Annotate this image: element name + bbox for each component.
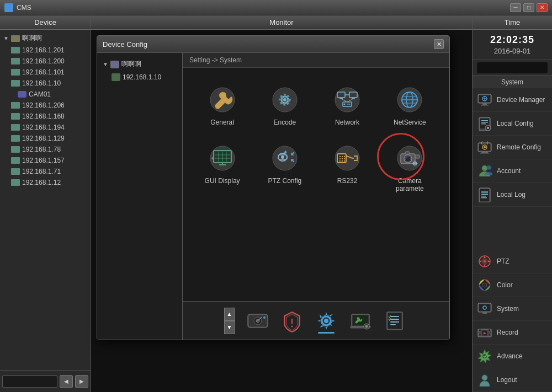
list-item[interactable]: 192.168.1.71 <box>2 166 88 177</box>
svg-rect-85 <box>481 105 489 106</box>
ptz-icon <box>477 254 492 269</box>
minimize-button[interactable]: ─ <box>510 3 521 12</box>
list-item[interactable]: 192.168.1.194 <box>2 122 88 133</box>
svg-point-58 <box>415 163 416 164</box>
footer-hdd-button[interactable] <box>244 307 272 335</box>
main-layout: Device ▼ 啊啊啊 192.168.1.201 192.168.1.200… <box>0 15 552 392</box>
account-button[interactable]: Account <box>473 159 552 183</box>
color-button[interactable]: Color <box>473 273 552 297</box>
config-item-rs232[interactable]: RS232 <box>319 137 376 198</box>
close-button[interactable]: ✕ <box>537 3 548 12</box>
svg-rect-9 <box>352 98 355 99</box>
device-manager-button[interactable]: Device Manager <box>473 88 552 112</box>
local-config-button[interactable]: Local Config <box>473 112 552 136</box>
list-item[interactable]: 192.168.1.129 <box>2 133 88 144</box>
svg-point-65 <box>263 316 266 319</box>
monitor-panel-header: Monitor <box>91 15 472 30</box>
local-config-label: Local Config <box>497 120 534 127</box>
footer-alarm-button[interactable] <box>278 307 306 335</box>
svg-rect-107 <box>481 196 486 197</box>
logout-button[interactable]: Logout <box>473 368 552 392</box>
svg-point-111 <box>484 260 486 262</box>
svg-rect-84 <box>482 103 487 105</box>
svg-rect-79 <box>390 319 399 320</box>
tree-child-item[interactable]: 192.168.1.10 <box>102 71 178 83</box>
svg-point-3 <box>283 98 286 101</box>
dialog-breadcrumb: Setting -> System <box>183 53 449 68</box>
device-list: ▼ 啊啊啊 192.168.1.201 192.168.1.200 192.16… <box>0 30 91 370</box>
tree-group-item[interactable]: ▼ 啊啊啊 <box>102 57 178 71</box>
encode-icon <box>269 84 300 115</box>
list-item[interactable]: 192.168.1.12 <box>2 177 88 188</box>
svg-point-63 <box>257 320 258 321</box>
left-panel: Device ▼ 啊啊啊 192.168.1.201 192.168.1.200… <box>0 15 91 392</box>
config-item-encode[interactable]: Encode <box>256 79 313 132</box>
general-icon <box>207 84 238 115</box>
svg-point-12 <box>344 104 346 105</box>
config-item-general[interactable]: General <box>194 79 251 132</box>
scroll-up-button[interactable]: ▲ <box>224 308 235 321</box>
config-item-network[interactable]: Network <box>319 79 376 132</box>
gui-display-icon <box>207 143 238 174</box>
device-ip-label: 192.168.1.157 <box>22 157 65 164</box>
svg-rect-56 <box>415 155 420 158</box>
maximize-button[interactable]: □ <box>523 3 534 12</box>
list-item[interactable]: 192.168.1.78 <box>2 144 88 155</box>
dialog-close-button[interactable]: ✕ <box>434 39 444 49</box>
remote-config-button[interactable]: Remote Config <box>473 136 552 159</box>
list-item[interactable]: 192.168.1.157 <box>2 155 88 166</box>
device-ip-label: 192.168.1.206 <box>22 101 65 109</box>
tree-child-label: 192.168.1.10 <box>123 73 161 81</box>
camera-paramete-label: Camera paramete <box>384 177 436 192</box>
svg-point-22 <box>402 92 417 108</box>
prev-button[interactable]: ◀ <box>60 375 73 388</box>
list-item[interactable]: 192.168.1.10 <box>2 78 88 89</box>
config-item-ptz-config[interactable]: PTZ Config <box>256 137 313 198</box>
scroll-down-button[interactable]: ▼ <box>224 321 235 334</box>
device-group-root[interactable]: ▼ 啊啊啊 <box>2 32 88 45</box>
ptz-button[interactable]: PTZ <box>473 250 552 273</box>
footer-advanced-button[interactable] <box>347 307 374 335</box>
svg-rect-78 <box>390 316 399 317</box>
advance-icon <box>477 348 492 364</box>
list-item[interactable]: 192.168.1.200 <box>2 56 88 67</box>
svg-point-48 <box>344 160 345 162</box>
list-item[interactable]: CAM01 <box>2 89 88 100</box>
system-icon <box>477 301 492 316</box>
record-icon <box>477 325 492 340</box>
system-menu-button[interactable]: System <box>473 297 552 321</box>
device-panel-header: Device <box>0 15 91 30</box>
svg-rect-122 <box>489 334 490 336</box>
list-item[interactable]: 192.168.1.101 <box>2 67 88 78</box>
config-item-netservice[interactable]: NetService <box>381 79 438 132</box>
list-item[interactable]: 192.168.1.201 <box>2 45 88 56</box>
dialog-tree-panel: ▼ 啊啊啊 192.168.1.10 <box>97 53 183 340</box>
list-item[interactable]: 192.168.1.168 <box>2 111 88 122</box>
svg-point-93 <box>487 127 489 129</box>
advance-label: Advance <box>497 352 523 360</box>
search-input[interactable] <box>2 375 57 388</box>
svg-point-47 <box>342 160 343 162</box>
list-item[interactable]: 192.168.1.206 <box>2 100 88 111</box>
advance-button[interactable]: Advance <box>473 345 552 368</box>
netservice-icon <box>394 84 425 115</box>
record-button[interactable]: Record <box>473 321 552 345</box>
local-log-button[interactable]: Local Log <box>473 183 552 207</box>
color-label: Color <box>497 281 513 289</box>
footer-system-button[interactable] <box>312 307 340 335</box>
svg-point-45 <box>344 158 345 159</box>
svg-rect-77 <box>388 313 401 329</box>
next-button[interactable]: ▶ <box>75 375 88 388</box>
svg-point-125 <box>482 375 487 380</box>
netservice-label: NetService <box>394 119 426 126</box>
dialog-title: Device Config <box>103 40 147 49</box>
footer-info-button[interactable] <box>381 307 408 335</box>
config-icons-grid: General <box>194 79 438 198</box>
system-menu-label: System <box>497 305 519 313</box>
svg-rect-121 <box>489 329 490 331</box>
config-item-gui-display[interactable]: GUI Display <box>194 137 251 198</box>
config-item-camera-paramete[interactable]: Camera paramete <box>381 137 438 198</box>
svg-point-70 <box>321 315 332 326</box>
svg-rect-119 <box>479 329 481 331</box>
dialog-overlay: Device Config ✕ ▼ 啊啊啊 <box>91 30 472 392</box>
